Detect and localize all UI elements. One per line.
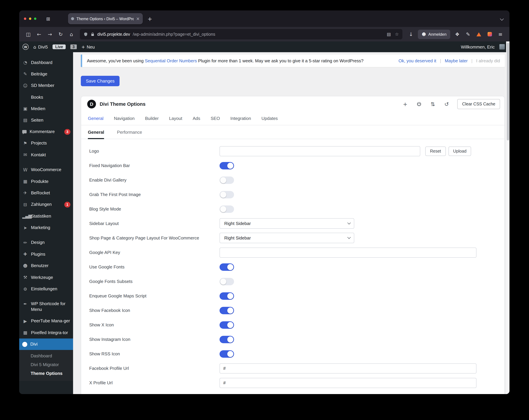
field-row-google-fonts-subsets: Google Fonts Subsets xyxy=(81,274,504,289)
tab-integration[interactable]: Integration xyxy=(230,116,251,121)
sidebar-toggle-icon[interactable]: ◫ xyxy=(23,29,33,39)
sidebar-item-pixelfed-integra-tor[interactable]: ▩Pixelfed Integra-tor xyxy=(19,327,73,339)
home-icon[interactable]: ⌂ xyxy=(66,29,77,39)
sidebar-item-beitr-ge[interactable]: ✎Beiträge xyxy=(19,68,73,80)
sidebar-item-peertube-mana-ger[interactable]: ▶PeerTube Mana-ger xyxy=(19,315,73,327)
sidebar-item-berocket[interactable]: ✈BeRocket xyxy=(19,188,73,199)
minimize-window-button[interactable] xyxy=(29,17,31,20)
downloads-icon[interactable]: ↓ xyxy=(406,29,416,39)
sidebar-item-books[interactable]: Books xyxy=(19,92,73,103)
tab-seo[interactable]: SEO xyxy=(211,116,220,121)
sidebar-layout-select[interactable]: Right Sidebar xyxy=(220,218,354,229)
new-content-button[interactable]: + Neu xyxy=(81,44,95,49)
sidebar-item-sd-member[interactable]: ☺SD Member xyxy=(19,80,73,92)
sidebar-item-benutzer[interactable]: ☻Benutzer xyxy=(19,260,73,272)
browser-tab[interactable]: Theme Options ‹ Divi5 – WordPress × xyxy=(68,13,143,24)
site-link[interactable]: ⌂ Divi5 xyxy=(33,44,48,49)
sidebar-item-projects[interactable]: ⚑Projects xyxy=(19,138,73,149)
sidebar-item-kommentare[interactable]: Kommentare3 xyxy=(19,126,73,138)
sidebar-item-kontakt[interactable]: ✉Kontakt xyxy=(19,149,73,161)
logo-input[interactable] xyxy=(220,146,420,156)
grab-the-first-post-image-toggle[interactable] xyxy=(220,191,234,198)
sidebar-item-einstellungen[interactable]: ⚙Einstellungen xyxy=(19,284,73,295)
sidebar-item-medien[interactable]: ▣Medien xyxy=(19,103,73,115)
sidebar-item-marketing[interactable]: ➤Marketing xyxy=(19,222,73,234)
facebook-profile-url-input[interactable] xyxy=(220,363,476,373)
firefox-signin-button[interactable]: ☻ Anmelden xyxy=(418,29,450,39)
subtab-performance[interactable]: Performance xyxy=(117,125,142,139)
scrollbar-thumb[interactable] xyxy=(507,43,509,140)
plugin-link[interactable]: Sequential Order Numbers xyxy=(145,58,197,63)
new-tab-button[interactable]: + xyxy=(145,14,154,23)
bookmark-star-icon[interactable]: ☆ xyxy=(395,32,399,37)
use-google-fonts-toggle[interactable] xyxy=(220,263,234,271)
tab-general[interactable]: General xyxy=(88,116,104,121)
sidebar-item-produkte[interactable]: ▦Produkte xyxy=(19,176,73,188)
google-api-key-input[interactable] xyxy=(220,247,476,257)
sidebar-item-zahlungen[interactable]: ⊟Zahlungen1 xyxy=(19,199,73,211)
sidebar-item-statistiken[interactable]: ▂▄▆Statistiken xyxy=(19,211,73,222)
reset-button[interactable]: Reset xyxy=(425,146,446,156)
live-badge[interactable]: Live xyxy=(53,44,66,49)
shop-page-category-page-layout-for-woocommerce-select[interactable]: Right Sidebar xyxy=(220,233,354,243)
url-bar[interactable]: divi5.projekte.dev /wp-admin/admin.php?p… xyxy=(80,29,403,40)
comments-shortcut[interactable]: 3 xyxy=(70,44,77,49)
tab-layout[interactable]: Layout xyxy=(169,116,182,121)
notice-action-ok-you-deserved-it[interactable]: Ok, you deserved it xyxy=(398,58,436,63)
sidebar-item-divi[interactable]: DDivi xyxy=(19,339,73,350)
add-icon[interactable]: + xyxy=(400,99,410,109)
notice-action-i-already-did[interactable]: I already did xyxy=(476,58,500,63)
extensions-icon[interactable]: ❖ xyxy=(452,29,462,39)
firefox-view-icon[interactable]: ⊞ xyxy=(44,14,53,23)
tab-ads[interactable]: Ads xyxy=(193,116,200,121)
lock-icon[interactable] xyxy=(91,32,95,37)
page-scrollbar[interactable] xyxy=(506,41,509,394)
tracking-shield-icon[interactable] xyxy=(83,32,88,37)
zoom-window-button[interactable] xyxy=(34,17,36,20)
tab-list-chevron-icon[interactable] xyxy=(500,16,503,22)
sidebar-item-design[interactable]: ✏Design xyxy=(19,237,73,249)
wordpress-logo-icon[interactable]: W xyxy=(23,44,29,50)
notice-action-maybe-later[interactable]: Maybe later xyxy=(445,58,468,63)
submenu-item-divi-5-migrator[interactable]: Divi 5 Migrator xyxy=(19,360,73,369)
sidebar-item-wp-shortcode-for-menu[interactable]: ✒WP Shortcode for Menu xyxy=(19,298,73,316)
reload-icon[interactable]: ↻ xyxy=(55,29,66,39)
show-x-icon-toggle[interactable] xyxy=(220,321,234,328)
sidebar-item-plugins[interactable]: ✚Plugins xyxy=(19,249,73,260)
upload-button[interactable]: Upload xyxy=(448,146,471,156)
warning-triangle-icon[interactable] xyxy=(474,29,484,39)
power-icon[interactable] xyxy=(414,99,424,109)
back-icon[interactable]: ← xyxy=(34,29,44,39)
show-facebook-icon-toggle[interactable] xyxy=(220,307,234,314)
sidebar-item-werkzeuge[interactable]: ⚒Werkzeuge xyxy=(19,272,73,284)
welcome-text[interactable]: Willkommen, Eric xyxy=(461,44,495,49)
enable-divi-gallery-toggle[interactable] xyxy=(220,176,234,184)
hamburger-menu-icon[interactable]: ≡ xyxy=(495,29,505,39)
enqueue-google-maps-script-toggle[interactable] xyxy=(220,292,234,299)
blog-style-mode-toggle[interactable] xyxy=(220,205,234,213)
sidebar-item-dashboard[interactable]: ◔Dashboard xyxy=(19,57,73,68)
undo-icon[interactable]: ↺ xyxy=(442,99,452,109)
clear-css-cache-button[interactable]: Clear CSS Cache xyxy=(457,99,500,109)
show-rss-icon-toggle[interactable] xyxy=(220,350,234,357)
sidebar-item-seiten[interactable]: ▤Seiten xyxy=(19,115,73,126)
tab-updates[interactable]: Updates xyxy=(262,116,278,121)
palette-icon[interactable] xyxy=(485,29,495,39)
reader-mode-icon[interactable]: ▤ xyxy=(387,32,391,37)
close-window-button[interactable] xyxy=(24,17,26,20)
submenu-item-theme-options[interactable]: Theme Options xyxy=(19,369,73,378)
show-instagram-icon-toggle[interactable] xyxy=(220,336,234,343)
edit-page-icon[interactable]: ✎ xyxy=(463,29,473,39)
tab-navigation[interactable]: Navigation xyxy=(114,116,135,121)
google-fonts-subsets-toggle[interactable] xyxy=(220,278,234,285)
close-tab-icon[interactable]: × xyxy=(136,16,140,21)
forward-icon[interactable]: → xyxy=(45,29,55,39)
submenu-item-dashboard[interactable]: Dashboard xyxy=(19,352,73,360)
sort-icon[interactable]: ⇅ xyxy=(428,99,438,109)
fixed-navigation-bar-toggle[interactable] xyxy=(220,162,234,169)
subtab-general[interactable]: General xyxy=(88,125,104,139)
tab-builder[interactable]: Builder xyxy=(145,116,159,121)
save-changes-button[interactable]: Save Changes xyxy=(81,76,120,86)
sidebar-item-woocommerce[interactable]: WWooCommerce xyxy=(19,164,73,176)
x-profile-url-input[interactable] xyxy=(220,378,476,388)
